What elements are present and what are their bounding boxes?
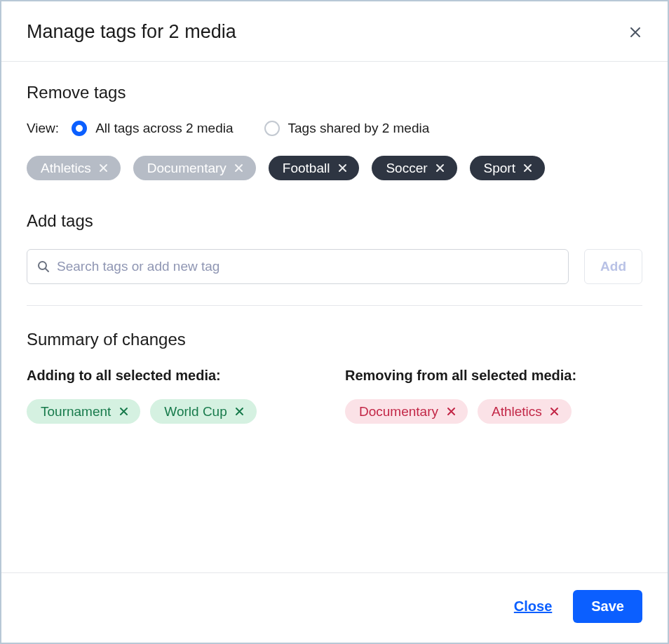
tag-label: World Cup [164,405,227,418]
tag-chip[interactable]: Athletics [478,399,572,424]
tag-label: Sport [484,161,515,175]
dialog-body: Remove tags View: All tags across 2 medi… [1,62,668,572]
dialog-header: Manage tags for 2 media [1,1,668,62]
add-tags-title: Add tags [27,211,642,231]
view-label: View: [27,121,59,136]
search-icon [37,260,50,273]
summary-removing-title: Removing from all selected media: [345,368,642,384]
summary-removing-column: Removing from all selected media: Docume… [345,368,642,424]
add-tags-section: Add tags Add [27,211,642,284]
tag-label: Athletics [41,161,91,175]
add-button[interactable]: Add [584,249,642,284]
tag-chip[interactable]: Soccer [372,156,457,180]
summary-adding-column: Adding to all selected media: Tournament… [27,368,324,424]
summary-removing-tags: Documentary Athletics [345,399,642,424]
search-input[interactable] [57,259,558,274]
remove-tags-section: Remove tags View: All tags across 2 medi… [27,83,642,180]
summary-columns: Adding to all selected media: Tournament… [27,368,642,424]
dialog-title: Manage tags for 2 media [27,21,236,43]
tag-label: Soccer [386,161,427,175]
summary-adding-title: Adding to all selected media: [27,368,324,384]
tag-remove-icon[interactable] [435,163,446,174]
radio-unselected-icon [264,121,280,136]
add-tags-row: Add [27,249,642,284]
remove-tags-list: Athletics Documentary Football [27,156,642,180]
tag-remove-icon[interactable] [522,163,534,174]
tag-label: Documentary [359,405,438,418]
close-button[interactable]: Close [514,598,552,615]
manage-tags-dialog: Manage tags for 2 media Remove tags View… [0,0,669,644]
tag-remove-icon[interactable] [234,163,245,174]
tag-remove-icon[interactable] [98,163,109,174]
summary-title: Summary of changes [27,330,642,349]
save-button[interactable]: Save [573,590,642,623]
tag-chip[interactable]: Football [269,156,360,180]
radio-shared-tags-label: Tags shared by 2 media [288,121,430,136]
tag-remove-icon[interactable] [549,406,560,417]
tag-remove-icon[interactable] [337,163,348,174]
summary-section: Summary of changes Adding to all selecte… [27,330,642,424]
tag-remove-icon[interactable] [445,406,457,417]
tag-chip[interactable]: World Cup [150,399,256,424]
tag-remove-icon[interactable] [118,406,129,417]
tag-chip[interactable]: Tournament [27,399,140,424]
search-input-wrap[interactable] [27,249,569,284]
tag-label: Athletics [492,405,542,418]
dialog-close-button[interactable] [628,25,642,39]
remove-tags-title: Remove tags [27,83,642,102]
section-divider [27,305,642,306]
tag-label: Documentary [147,161,227,175]
close-icon [629,26,642,39]
radio-all-tags[interactable]: All tags across 2 media [72,121,233,136]
tag-label: Tournament [41,405,111,418]
summary-adding-tags: Tournament World Cup [27,399,324,424]
tag-chip[interactable]: Documentary [133,156,256,180]
tag-label: Football [283,161,330,175]
dialog-footer: Close Save [1,572,668,643]
tag-chip[interactable]: Athletics [27,156,121,180]
radio-shared-tags[interactable]: Tags shared by 2 media [264,121,430,136]
tag-chip[interactable]: Sport [470,156,545,180]
radio-all-tags-label: All tags across 2 media [95,121,233,136]
tag-chip[interactable]: Documentary [345,399,468,424]
radio-selected-icon [72,121,87,136]
view-filter-row: View: All tags across 2 media Tags share… [27,121,642,136]
tag-remove-icon[interactable] [234,406,245,417]
